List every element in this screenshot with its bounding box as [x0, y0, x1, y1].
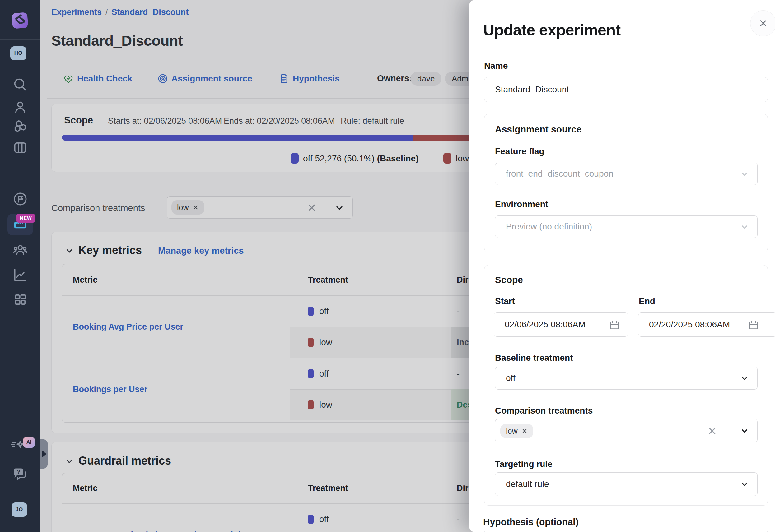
workspace-badge[interactable]: HO [10, 46, 26, 60]
treatment-chip-low[interactable]: low [500, 424, 533, 438]
select-divider [732, 423, 732, 438]
new-badge: NEW [16, 214, 35, 223]
people-icon[interactable] [12, 242, 28, 258]
sidebar-divider [0, 66, 40, 66]
clear-selection-icon[interactable] [707, 426, 717, 436]
assignment-source-heading: Assignment source [495, 124, 582, 135]
app-logo[interactable] [11, 12, 29, 29]
col-metric: Metric [73, 264, 98, 295]
baseline-treatment-label: Baseline treatment [495, 353, 573, 363]
environment-label: Environment [495, 199, 548, 209]
dashboard-icon[interactable] [12, 292, 28, 308]
name-input[interactable]: Standard_Discount [484, 77, 768, 102]
arrow-right-icon [42, 451, 46, 457]
chevron-down-icon[interactable] [334, 203, 344, 213]
person-icon[interactable] [12, 99, 28, 115]
legend-off: off 52,276 (50.1%) (Baseline) [303, 154, 419, 164]
close-button[interactable] [750, 10, 775, 36]
chip-remove-icon[interactable] [522, 428, 528, 434]
flag-icon[interactable] [12, 191, 28, 207]
collapse-chevron-icon[interactable] [65, 246, 74, 256]
legend-swatch-off [290, 153, 299, 164]
start-date-input[interactable]: 02/06/2025 08:06AM [494, 312, 628, 337]
scope-starts-at: Starts at: 02/06/2025 08:06AM [108, 116, 222, 126]
health-check-link[interactable]: Health Check [63, 71, 132, 86]
user-avatar[interactable]: JO [12, 502, 27, 517]
treatment-swatch-off [308, 369, 313, 378]
baseline-treatment-value: off [506, 373, 516, 383]
chevron-down-icon[interactable] [740, 426, 749, 436]
feature-flag-select[interactable]: front_end_discount_coupon [495, 163, 758, 185]
chevron-down-icon[interactable] [740, 374, 749, 383]
svg-text:?: ? [16, 468, 20, 475]
breadcrumb-experiments[interactable]: Experiments [51, 7, 102, 17]
clear-selection-icon[interactable] [306, 202, 317, 213]
environment-select[interactable]: Preview (no definition) [495, 215, 758, 238]
ai-badge: AI [23, 437, 35, 448]
targeting-rule-value: default rule [506, 479, 549, 489]
chevron-down-icon[interactable] [740, 480, 749, 489]
baseline-treatment-select[interactable]: off [495, 367, 758, 390]
heart-check-icon [63, 73, 74, 84]
key-metrics-title: Key metrics [78, 244, 142, 257]
hypothesis-label: Hypothesis [293, 74, 340, 84]
panel-expand-handle[interactable] [40, 439, 48, 469]
sidebar-divider [0, 495, 40, 495]
treatment-chip-label: low [177, 203, 189, 212]
close-icon [758, 18, 768, 29]
select-divider [732, 220, 732, 234]
comparison-treatments-select[interactable]: low [495, 419, 758, 442]
treatment-chip-label: low [506, 427, 518, 436]
select-divider [732, 371, 732, 386]
feature-flag-label: Feature flag [495, 146, 545, 156]
feature-flag-value: front_end_discount_coupon [506, 169, 614, 179]
treatment-label: off [319, 296, 329, 327]
collapse-chevron-icon[interactable] [65, 457, 74, 466]
breadcrumb-separator: / [102, 7, 112, 17]
hypothesis-textarea[interactable] [484, 530, 768, 532]
targeting-rule-label: Targeting rule [495, 459, 553, 469]
hypothesis-link[interactable]: Hypothesis [278, 71, 340, 86]
environment-value: Preview (no definition) [506, 222, 592, 232]
owners-label: Owners: [377, 73, 412, 83]
update-experiment-drawer: Update experiment Name Standard_Discount… [469, 0, 775, 532]
page-title: Standard_Discount [51, 32, 183, 49]
comparison-treatments-label: Comparison treatments [51, 203, 145, 213]
document-icon [278, 73, 290, 84]
col-metric: Metric [73, 473, 98, 503]
manage-key-metrics-link[interactable]: Manage key metrics [158, 246, 244, 256]
help-chat-icon[interactable]: ? [11, 465, 29, 483]
scope-ends-at: Ends at: 02/20/2025 08:06AM [224, 116, 335, 126]
sidebar: HO NEW [0, 0, 40, 532]
treatment-label: low [319, 327, 332, 358]
comparison-treatments-select[interactable]: low [167, 196, 353, 219]
legend-swatch-low [443, 153, 452, 164]
end-label: End [639, 296, 655, 306]
treatment-label: low [319, 389, 332, 420]
breadcrumb-current[interactable]: Standard_Discount [112, 7, 189, 17]
search-icon[interactable] [12, 76, 28, 93]
health-check-label: Health Check [77, 74, 132, 84]
breadcrumb: Experiments / Standard_Discount [51, 7, 188, 17]
treatment-chip-low[interactable]: low [171, 200, 204, 215]
calendar-icon[interactable] [609, 319, 620, 331]
chip-remove-icon[interactable] [193, 204, 199, 210]
hexagons-icon[interactable] [12, 118, 28, 134]
end-date-input[interactable]: 02/20/2025 08:06AM [638, 312, 775, 337]
columns-icon[interactable] [12, 140, 28, 156]
drawer-title: Update experiment [483, 21, 621, 39]
comparison-treatments-label: Comparison treatments [495, 406, 593, 416]
exposure-bar-off [62, 135, 413, 141]
targeting-rule-select[interactable]: default rule [495, 472, 758, 496]
col-treatment: Treatment [308, 264, 348, 295]
sidebar-divider [0, 39, 40, 40]
chevron-down-icon [740, 169, 749, 179]
line-chart-icon[interactable] [12, 267, 28, 283]
guardrail-metrics-title: Guardrail metrics [78, 454, 171, 467]
hypothesis-heading: Hypothesis (optional) [483, 517, 579, 527]
assignment-source-link[interactable]: Assignment source [157, 71, 252, 86]
end-date-value: 02/20/2025 08:06AM [649, 320, 730, 330]
screen: Experiments / Standard_Discount Standard… [0, 0, 775, 532]
owner-chip-dave[interactable]: dave [411, 72, 442, 86]
calendar-icon[interactable] [748, 319, 759, 331]
